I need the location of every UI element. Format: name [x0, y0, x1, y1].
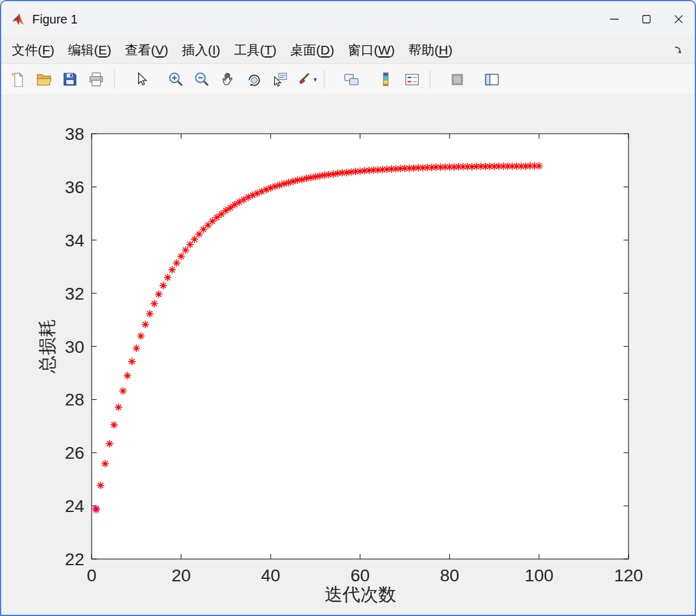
dock-figure-button[interactable] — [669, 41, 687, 59]
axes-box — [92, 134, 629, 559]
menu-mnemonic: D — [321, 43, 330, 57]
x-tick-label: 80 — [440, 566, 459, 585]
x-tick-label: 60 — [350, 566, 370, 585]
menu-label: 插入( — [182, 43, 212, 57]
save-button[interactable] — [57, 66, 83, 92]
x-tick-label: 40 — [261, 566, 280, 585]
print-icon — [88, 71, 105, 88]
y-tick-label: 26 — [65, 443, 84, 462]
y-tick-label: 28 — [65, 390, 84, 409]
show-plot-tools-button[interactable] — [479, 66, 505, 92]
zoom-in-button[interactable] — [163, 66, 189, 92]
menu-label: ) — [330, 43, 334, 57]
dock-figure-arrow-icon — [673, 45, 683, 55]
pan-hand-icon — [220, 71, 237, 88]
figure-window: Figure 1 文件(F) 编辑(E) 查看(V) 插入(I) 工具(T) 桌… — [0, 0, 696, 616]
y-tick-label: 30 — [65, 337, 84, 357]
menu-label: ) — [391, 43, 395, 57]
insert-legend-button[interactable] — [399, 66, 425, 92]
cursor-arrow-icon — [133, 71, 149, 87]
menu-mnemonic: V — [155, 43, 164, 57]
menu-help[interactable]: 帮助(H) — [402, 39, 459, 61]
open-folder-icon — [36, 71, 53, 88]
link-plot-icon — [343, 71, 360, 88]
rotate-3d-icon — [246, 71, 263, 88]
save-floppy-icon — [62, 71, 78, 87]
edit-plot-button[interactable] — [128, 66, 154, 92]
matlab-logo-icon — [9, 10, 27, 28]
brush-dropdown-button[interactable]: ▾ — [311, 76, 319, 84]
menu-desktop[interactable]: 桌面(D) — [284, 39, 341, 61]
menu-mnemonic: T — [264, 43, 272, 57]
menu-view[interactable]: 查看(V) — [118, 39, 175, 61]
menu-label: 工具( — [234, 43, 264, 57]
y-tick-label: 34 — [65, 231, 84, 250]
menu-label: ) — [272, 43, 277, 57]
zoom-out-icon — [193, 71, 211, 88]
minimize-button[interactable] — [598, 3, 630, 35]
y-axis-label: 总损耗 — [37, 319, 57, 374]
rotate-3d-button[interactable] — [241, 66, 267, 92]
insert-legend-icon — [404, 71, 420, 88]
toolbar-separator — [430, 70, 430, 89]
y-tick-label: 24 — [65, 497, 84, 516]
print-button[interactable] — [83, 66, 109, 92]
menubar: 文件(F) 编辑(E) 查看(V) 插入(I) 工具(T) 桌面(D) 窗口(W… — [1, 37, 695, 64]
menu-label: ) — [107, 43, 111, 57]
menu-mnemonic: W — [378, 43, 391, 57]
x-tick-label: 0 — [87, 566, 97, 585]
insert-colorbar-button[interactable] — [373, 66, 399, 92]
insert-colorbar-icon — [378, 71, 394, 87]
brush-button[interactable] — [293, 66, 314, 92]
zoom-in-icon — [167, 71, 185, 88]
open-file-button[interactable] — [31, 66, 57, 92]
menu-edit[interactable]: 编辑(E) — [61, 39, 118, 61]
toolbar-separator — [324, 70, 324, 89]
y-tick-label: 36 — [65, 178, 84, 197]
hide-plot-tools-button[interactable] — [444, 66, 470, 92]
show-plot-tools-icon — [484, 71, 500, 88]
hide-plot-tools-icon — [450, 72, 465, 87]
menu-label: 窗口( — [348, 43, 378, 57]
menu-tools[interactable]: 工具(T) — [227, 39, 284, 61]
menu-file[interactable]: 文件(F) — [5, 39, 61, 61]
new-file-icon — [10, 71, 27, 88]
maximize-button[interactable] — [630, 3, 663, 35]
x-tick-label: 120 — [614, 566, 643, 585]
x-axis-label: 迭代次数 — [324, 584, 396, 604]
link-plot-button[interactable] — [338, 66, 364, 92]
plot-canvas[interactable]: 020406080100120222426283032343638 迭代次数 总… — [1, 94, 695, 615]
menu-label: 查看( — [125, 43, 155, 57]
figure-toolbar: ▾ — [1, 64, 695, 95]
menu-label: ) — [448, 43, 453, 57]
y-tick-label: 32 — [65, 284, 84, 303]
menu-insert[interactable]: 插入(I) — [175, 39, 227, 61]
x-tick-label: 20 — [172, 566, 191, 585]
y-tick-label: 38 — [65, 124, 84, 144]
menu-label: ) — [164, 43, 168, 57]
menu-label: 编辑( — [68, 43, 98, 57]
menu-label: 文件( — [12, 43, 42, 57]
menu-label: ) — [216, 43, 220, 57]
figure-canvas: 020406080100120222426283032343638 迭代次数 总… — [1, 94, 695, 615]
close-button[interactable] — [663, 3, 695, 35]
data-cursor-icon — [272, 71, 289, 88]
menu-mnemonic: F — [42, 43, 50, 57]
pan-button[interactable] — [215, 66, 241, 92]
y-tick-label: 22 — [65, 550, 84, 569]
menu-label: ) — [50, 43, 54, 57]
data-cursor-button[interactable] — [267, 66, 293, 92]
menu-window[interactable]: 窗口(W) — [341, 39, 402, 61]
menu-mnemonic: E — [98, 43, 107, 57]
menu-label: 桌面( — [290, 43, 321, 57]
new-file-button[interactable] — [5, 66, 31, 92]
menu-label: 帮助( — [409, 43, 439, 57]
titlebar: Figure 1 — [1, 1, 695, 37]
window-title: Figure 1 — [32, 12, 77, 27]
brush-icon — [295, 71, 311, 87]
toolbar-separator — [114, 70, 115, 89]
x-tick-label: 100 — [524, 566, 554, 585]
menu-mnemonic: H — [439, 43, 448, 57]
zoom-out-button[interactable] — [189, 66, 215, 92]
